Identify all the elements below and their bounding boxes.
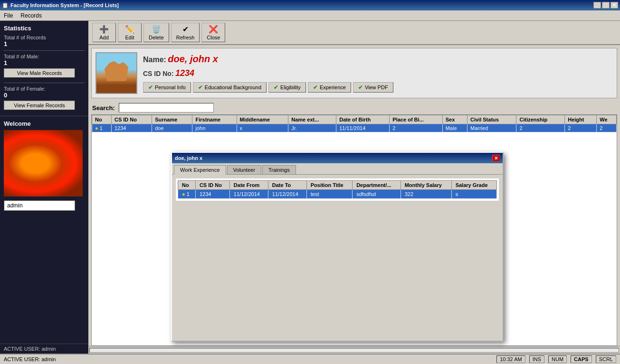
- name-label: Name:: [143, 56, 166, 64]
- horizontal-scrollbar[interactable]: [88, 346, 620, 354]
- app-icon: 📋: [2, 2, 9, 9]
- modal-col-date-to: Date To: [268, 181, 306, 190]
- col-surname: Surname: [152, 115, 192, 124]
- title-bar: 📋 Faculty Information System - [Record L…: [0, 0, 620, 10]
- modal-cell-salary: 322: [401, 190, 451, 199]
- delete-button[interactable]: 🗑️ Delete: [143, 23, 169, 42]
- total-female-label: Total # of Female:: [4, 86, 85, 92]
- modal-cell-no: ● 1: [178, 190, 196, 199]
- col-civil-status: Civil Status: [467, 115, 516, 124]
- welcome-title: Welcome: [4, 120, 85, 127]
- edit-button[interactable]: ✏️ Edit: [118, 23, 142, 42]
- modal-table-row[interactable]: ● 1 1234 11/12/2014 11/12/2014 test sdfs…: [178, 190, 497, 199]
- profile-photo: [95, 52, 137, 94]
- modal-cell-dept: sdfsdfsd: [353, 190, 401, 199]
- window-close-button[interactable]: ✕: [610, 2, 618, 9]
- active-user-label: ACTIVE USER:: [4, 346, 40, 352]
- profile-buttons: ✔ Personal Info ✔ Educational Background…: [143, 82, 613, 93]
- modal-col-position: Position Title: [306, 181, 352, 190]
- modal-cell-date-from: 11/12/2014: [229, 190, 268, 199]
- id-label: CS ID No:: [143, 70, 174, 77]
- educational-bg-label: Educational Background: [205, 84, 261, 90]
- search-input[interactable]: [119, 103, 214, 112]
- eligibility-btn[interactable]: ✔ Eligibility: [268, 82, 306, 93]
- cell-cs-id: 1234: [111, 124, 152, 132]
- col-name-ext: Name ext...: [288, 115, 336, 124]
- active-user-value: admin: [41, 346, 56, 352]
- modal-content: No CS ID No Date From Date To Position T…: [176, 178, 499, 201]
- caps-indicator: CAPS: [571, 355, 592, 363]
- modal-col-salary: Monthly Salary: [401, 181, 451, 190]
- cell-citizenship: 2: [516, 124, 565, 132]
- col-height: Height: [565, 115, 597, 124]
- close-button[interactable]: ❌ Close: [201, 23, 225, 42]
- modal-col-date-from: Date From: [229, 181, 268, 190]
- modal-close-button[interactable]: ✕: [492, 155, 500, 161]
- view-male-records-button[interactable]: View Male Records: [4, 68, 75, 78]
- menu-records[interactable]: Records: [19, 11, 44, 20]
- search-bar: Search:: [88, 101, 620, 114]
- modal-cell-date-to: 11/12/2014: [268, 190, 306, 199]
- cell-weight: 2: [597, 124, 617, 132]
- table-row[interactable]: ● 1 1234 doe john x Jr. 11/11/2014 2 Mal…: [92, 124, 617, 132]
- cell-pob: 2: [390, 124, 442, 132]
- cell-surname: doe: [152, 124, 192, 132]
- tab-volunteer[interactable]: Volunteer: [227, 165, 261, 174]
- view-pdf-btn[interactable]: ✔ View PDF: [353, 82, 393, 93]
- col-cs-id: CS ID No: [111, 115, 152, 124]
- cell-name-ext: Jr.: [288, 124, 336, 132]
- admin-input[interactable]: [4, 200, 75, 211]
- active-user-status-value: admin: [41, 356, 56, 362]
- col-no: No: [92, 115, 112, 124]
- add-button[interactable]: ➕ Add: [92, 23, 116, 42]
- refresh-button[interactable]: ✔ Refresh: [171, 23, 200, 42]
- personal-info-btn[interactable]: ✔ Personal Info: [143, 82, 191, 93]
- modal-cell-cs-id: 1234: [195, 190, 229, 199]
- search-label: Search:: [92, 104, 115, 112]
- cell-civil-status: Married: [467, 124, 516, 132]
- modal-cell-grade: s: [451, 190, 496, 199]
- eligibility-label: Eligibility: [280, 84, 301, 90]
- col-sex: Sex: [442, 115, 467, 124]
- landscape-photo: [96, 53, 136, 93]
- maximize-button[interactable]: □: [602, 2, 610, 9]
- flower-image: [4, 130, 83, 196]
- table-header-row: No CS ID No Surname Firstname Middlename…: [92, 115, 617, 124]
- toolbar: ➕ Add ✏️ Edit 🗑️ Delete ✔ Refresh ❌ Clos…: [88, 21, 620, 45]
- edit-icon: ✏️: [125, 25, 134, 34]
- educational-bg-btn[interactable]: ✔ Educational Background: [193, 82, 267, 93]
- modal-col-grade: Salary Grade: [451, 181, 496, 190]
- menu-file[interactable]: File: [2, 11, 15, 20]
- add-label: Add: [99, 35, 109, 40]
- total-records-value: 1: [4, 40, 85, 47]
- status-bar: ACTIVE USER: admin 10:32 AM INS NUM CAPS…: [0, 354, 620, 364]
- modal-title-bar: doe, john x ✕: [172, 153, 503, 163]
- profile-id: 1234: [175, 68, 194, 78]
- scroll-track[interactable]: [89, 348, 619, 353]
- close-icon: ❌: [209, 25, 218, 34]
- check-icon-3: ✔: [274, 84, 278, 91]
- col-weight: We: [597, 115, 617, 124]
- delete-label: Delete: [149, 35, 164, 40]
- experience-btn[interactable]: ✔ Experience: [308, 82, 351, 93]
- view-pdf-label: View PDF: [365, 84, 388, 90]
- personal-info-label: Personal Info: [155, 84, 186, 90]
- close-label: Close: [207, 35, 220, 40]
- modal-col-cs-id: CS ID No: [195, 181, 229, 190]
- work-experience-table: No CS ID No Date From Date To Position T…: [178, 180, 497, 199]
- modal-col-no: No: [178, 181, 196, 190]
- tab-work-experience[interactable]: Work Experience: [174, 165, 226, 175]
- view-female-records-button[interactable]: View Female Records: [4, 101, 75, 110]
- experience-label: Experience: [320, 84, 346, 90]
- active-user-status: ACTIVE USER: admin: [4, 356, 56, 362]
- sidebar: Statistics Total # of Records 1 Total # …: [0, 21, 88, 354]
- statistics-section: Statistics Total # of Records 1 Total # …: [0, 21, 88, 116]
- delete-icon: 🗑️: [152, 25, 161, 34]
- refresh-label: Refresh: [176, 35, 195, 40]
- scrl-indicator: SCRL: [596, 355, 616, 363]
- profile-info: Name: doe, john x CS ID No: 1234 ✔ Perso…: [143, 54, 613, 93]
- active-user-section: ACTIVE USER: admin: [0, 344, 88, 354]
- minimize-button[interactable]: _: [593, 2, 601, 9]
- tab-trainings[interactable]: Trainings: [262, 165, 296, 174]
- check-icon-1: ✔: [148, 84, 153, 91]
